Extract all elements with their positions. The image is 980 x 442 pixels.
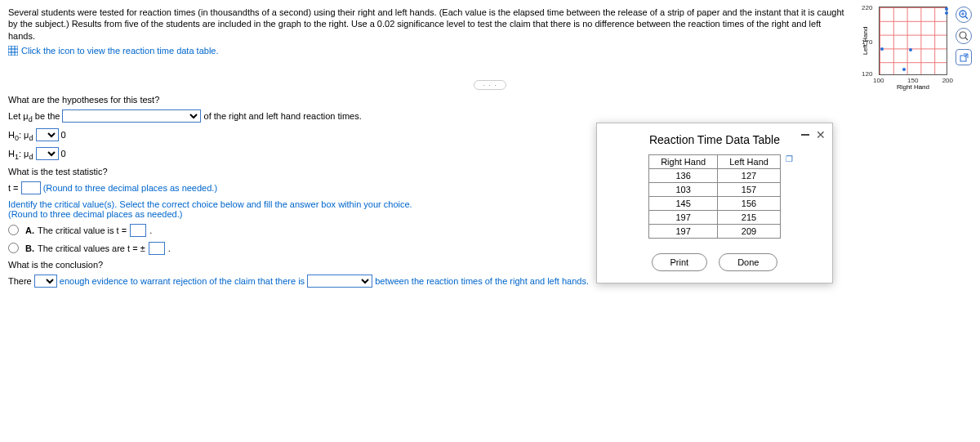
data-point (945, 7, 948, 11)
data-point (945, 11, 948, 15)
scatter-chart: Left Hand 220 170 120 100 150 200 Right … (854, 7, 952, 75)
option-a-radio[interactable] (8, 225, 19, 235)
popup-title: Reaction Time Data Table (608, 133, 821, 146)
cell: 209 (718, 225, 781, 239)
minimize-icon[interactable] (801, 134, 809, 136)
text: between the reaction times of the right … (375, 276, 589, 286)
xtick-200: 200 (942, 77, 953, 84)
svg-line-10 (965, 38, 968, 40)
option-a-text: The critical value is t = (38, 225, 127, 235)
popout-icon[interactable] (956, 49, 972, 65)
h0-value: 0 (61, 130, 66, 140)
conclusion-select-2[interactable] (307, 275, 372, 288)
h0-operator-select[interactable] (36, 128, 59, 141)
col-left-hand: Left Hand (718, 155, 781, 169)
text: : μ (19, 149, 29, 158)
xtick-100: 100 (873, 77, 884, 84)
text: t = (8, 183, 21, 193)
data-point (909, 48, 912, 51)
cell: 157 (718, 183, 781, 197)
open-data-table-link[interactable]: Click the icon to view the reaction time… (8, 45, 219, 56)
cell: 215 (718, 211, 781, 225)
close-icon[interactable]: ✕ (816, 128, 826, 141)
cell: 127 (718, 169, 781, 183)
text: H (8, 130, 15, 140)
svg-point-9 (960, 32, 966, 38)
col-right-hand: Right Hand (649, 155, 718, 169)
ytick-120: 120 (862, 70, 872, 78)
text: Let μ (8, 111, 29, 121)
cell: 156 (718, 197, 781, 211)
data-point (880, 47, 884, 51)
mu-d-definition-select[interactable] (62, 109, 201, 123)
text: d (29, 154, 33, 162)
ytick-220: 220 (862, 4, 872, 11)
option-a-input[interactable] (130, 224, 146, 237)
ytick-170: 170 (862, 38, 872, 46)
data-table-popup: ✕ Reaction Time Data Table Right Hand Le… (596, 123, 833, 284)
cell: 145 (649, 197, 718, 211)
zoom-out-icon[interactable] (956, 28, 972, 44)
table-row: 197215 (649, 211, 781, 225)
option-b-text: The critical values are t = ± (38, 243, 145, 253)
option-b-radio[interactable] (8, 243, 19, 253)
rounding-hint: (Round to three decimal places as needed… (8, 209, 182, 219)
t-statistic-input[interactable] (21, 181, 41, 194)
conclusion-select-1[interactable] (34, 275, 57, 288)
text: There (8, 276, 34, 286)
svg-rect-0 (8, 46, 18, 56)
chart-x-label: Right Hand (897, 83, 929, 91)
open-data-table-label: Click the icon to view the reaction time… (21, 45, 219, 56)
copy-icon[interactable]: ❐ (786, 154, 793, 163)
text: : μ (19, 130, 29, 140)
cell: 103 (649, 183, 718, 197)
collapse-divider[interactable]: · · · (474, 80, 506, 90)
h1-operator-select[interactable] (36, 147, 59, 160)
option-b-input[interactable] (149, 242, 165, 255)
data-point (902, 68, 906, 71)
zoom-in-icon[interactable] (956, 7, 972, 23)
cell: 136 (649, 169, 718, 183)
print-button[interactable]: Print (652, 253, 708, 271)
option-b-label: B. (25, 243, 34, 253)
text: be the (33, 111, 63, 121)
svg-line-6 (965, 16, 968, 19)
critical-value-instruction: Identify the critical value(s). Select t… (8, 199, 412, 209)
option-a-label: A. (25, 225, 34, 235)
text: d (29, 134, 33, 142)
table-row: 103157 (649, 183, 781, 197)
done-button[interactable]: Done (719, 253, 777, 271)
table-row: 136127 (649, 169, 781, 183)
text: of the right and left hand reaction time… (204, 111, 362, 121)
table-icon (8, 46, 18, 56)
text: enough evidence to warrant rejection of … (60, 276, 307, 286)
table-row: 145156 (649, 197, 781, 211)
cell: 197 (649, 211, 718, 225)
table-row: 197209 (649, 225, 781, 239)
reaction-time-table: Right Hand Left Hand 136127 103157 14515… (648, 154, 781, 239)
h1-value: 0 (61, 149, 66, 158)
let-mu-row: Let μd be the of the right and left hand… (8, 109, 972, 123)
problem-statement: Several students were tested for reactio… (8, 7, 846, 42)
cell: 197 (649, 225, 718, 239)
rounding-hint: (Round to three decimal places as needed… (43, 183, 217, 193)
hypotheses-question: What are the hypotheses for this test? (8, 95, 972, 105)
text: H (8, 149, 15, 158)
